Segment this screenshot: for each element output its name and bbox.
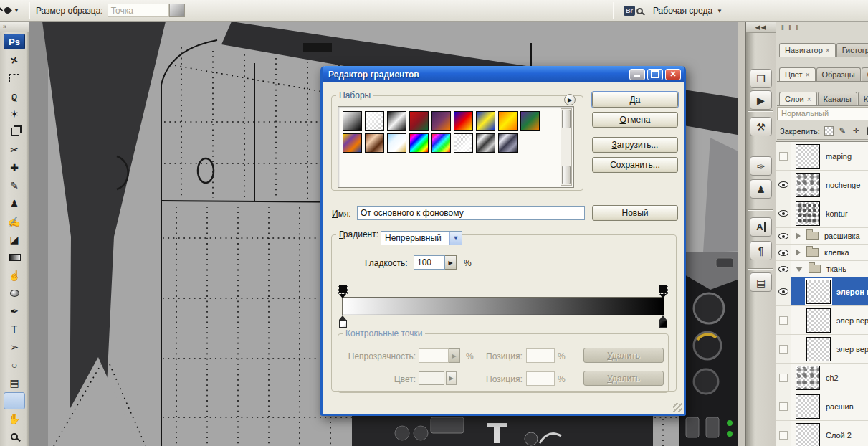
gradient-preset[interactable] — [476, 133, 495, 153]
gradient-preview-bar[interactable] — [342, 297, 664, 315]
crop-tool-icon[interactable] — [4, 123, 25, 141]
slice-tool-icon[interactable]: ✂ — [4, 141, 25, 158]
save-button[interactable]: Сохранить... — [592, 157, 678, 173]
layer-thumbnail[interactable] — [796, 173, 820, 197]
layer-row[interactable]: maping — [776, 142, 868, 171]
visibility-toggle-empty[interactable] — [776, 306, 791, 335]
notes-tool-icon[interactable]: ▤ — [4, 374, 25, 392]
smoothness-spinner[interactable]: ▶ — [445, 255, 457, 270]
opacity-spinner[interactable]: ▶ — [449, 348, 460, 363]
layer-thumbnail[interactable] — [806, 280, 831, 304]
gradient-preset[interactable] — [454, 133, 473, 153]
layer-group-row[interactable]: клепка — [776, 245, 868, 261]
gradient-picker-button[interactable] — [169, 4, 185, 17]
collapse-arrow-icon[interactable] — [796, 267, 803, 272]
path-select-tool-icon[interactable]: ➢ — [4, 338, 25, 356]
tab-channels[interactable]: Каналы — [818, 92, 857, 105]
layer-comps-icon[interactable]: ▤ — [750, 272, 772, 292]
layer-thumbnail[interactable] — [796, 394, 820, 419]
gradient-tool-icon[interactable] — [4, 249, 25, 266]
clone-stamp-tool-icon[interactable]: ♟ — [4, 195, 25, 212]
resize-grip[interactable] — [673, 403, 682, 412]
tab-color[interactable]: Цвет × — [779, 67, 816, 81]
lock-move-icon[interactable]: ✛ — [852, 126, 861, 136]
gradient-preset[interactable] — [365, 111, 384, 131]
lock-all-icon[interactable] — [865, 126, 868, 136]
opacity-input[interactable] — [419, 348, 449, 363]
layer-thumbnail[interactable] — [806, 308, 831, 333]
toolbox-expand-icon[interactable]: » — [0, 22, 29, 32]
gradient-preset[interactable] — [498, 111, 518, 131]
brushes-panel-icon[interactable]: ✑ — [750, 156, 772, 176]
ellipse-tool-icon[interactable]: ○ — [4, 356, 25, 374]
dialog-titlebar[interactable]: Редактор градиентов ✕ — [323, 66, 684, 82]
layer-row[interactable]: kontur — [776, 199, 868, 228]
new-button[interactable]: Новый — [592, 205, 678, 221]
color-stop-left[interactable] — [339, 320, 347, 328]
visibility-eye-icon[interactable] — [776, 245, 791, 261]
tab-styles[interactable]: Ст — [862, 67, 868, 81]
visibility-toggle-empty[interactable] — [776, 421, 791, 446]
layer-group-row[interactable]: ткань — [776, 261, 868, 277]
tab-close-icon[interactable]: × — [806, 71, 810, 79]
move-tool-icon[interactable]: ✛ — [4, 52, 25, 69]
lasso-tool-icon[interactable]: ϱ — [4, 87, 25, 105]
eraser-tool-icon[interactable]: ◪ — [4, 231, 25, 248]
gradient-preset[interactable] — [498, 133, 518, 153]
panel-well-icon[interactable]: ❐ — [750, 69, 772, 88]
opacity-position-input[interactable] — [526, 348, 555, 363]
clone-source-icon[interactable]: ♟ — [750, 179, 772, 199]
layer-thumbnail[interactable] — [796, 366, 820, 390]
minimize-button[interactable] — [629, 69, 645, 80]
pen-tool-icon[interactable]: ✒ — [4, 303, 25, 320]
scrollbar-down-button[interactable] — [562, 166, 571, 184]
gradient-preset[interactable] — [431, 133, 451, 153]
presets-menu-button[interactable]: ▶ — [564, 94, 576, 105]
play-actions-icon[interactable]: ▶ — [750, 90, 772, 110]
tab-swatches[interactable]: Образцы — [816, 67, 861, 81]
dock-collapse-icon[interactable]: ◀◀ — [746, 22, 776, 33]
gradient-preset[interactable] — [476, 111, 495, 131]
tab-paths[interactable]: Кон — [858, 92, 868, 105]
cancel-button[interactable]: Отмена — [592, 112, 678, 128]
visibility-toggle-empty[interactable] — [776, 392, 791, 421]
gradient-preset[interactable] — [387, 111, 406, 131]
visibility-toggle-empty[interactable] — [776, 142, 791, 171]
zoom-tool-icon[interactable] — [4, 428, 25, 445]
delete-opacity-stop-button[interactable]: Удалить — [583, 348, 664, 363]
tab-histogram[interactable]: Гистогра — [836, 43, 868, 57]
opacity-stop-left[interactable] — [339, 285, 347, 293]
tab-layers[interactable]: Слои × — [779, 92, 817, 105]
opacity-stop-right[interactable] — [659, 285, 667, 293]
layer-row[interactable]: элерон ве — [776, 277, 868, 306]
maximize-button[interactable] — [647, 69, 663, 80]
visibility-toggle-empty[interactable] — [776, 364, 791, 392]
rect-marquee-tool-icon[interactable] — [4, 70, 25, 87]
layer-thumbnail[interactable] — [806, 337, 831, 361]
history-brush-tool-icon[interactable]: ✍ — [4, 213, 25, 230]
gradient-preset[interactable] — [343, 111, 362, 131]
lock-transparency-icon[interactable] — [824, 126, 834, 136]
layer-row[interactable]: nochenge — [776, 171, 868, 199]
visibility-eye-icon[interactable] — [776, 277, 791, 306]
delete-color-stop-button[interactable]: Удалить — [583, 371, 664, 386]
tool-presets-icon[interactable]: ⚒ — [750, 117, 772, 136]
workspace-dropdown[interactable]: Рабочая среда ▼ — [653, 6, 722, 16]
layer-thumbnail[interactable] — [796, 423, 820, 446]
tab-close-icon[interactable]: × — [826, 47, 830, 54]
gradient-preset[interactable] — [431, 111, 451, 131]
smoothness-input[interactable] — [414, 255, 445, 270]
gradient-preset[interactable] — [520, 111, 540, 131]
layer-row[interactable]: элер верх — [776, 306, 868, 335]
stop-color-swatch[interactable] — [419, 371, 444, 385]
sample-size-select[interactable]: Точка — [108, 4, 169, 17]
eyedropper-tool-icon[interactable] — [4, 392, 25, 409]
magic-wand-tool-icon[interactable]: ✶ — [4, 105, 25, 123]
close-button[interactable]: ✕ — [665, 69, 681, 80]
gradient-preset[interactable] — [454, 111, 473, 131]
visibility-eye-icon[interactable] — [776, 228, 791, 245]
color-stop-right[interactable] — [659, 320, 667, 328]
layer-thumbnail[interactable] — [796, 201, 820, 226]
tab-navigator[interactable]: Навигатор × — [779, 43, 836, 57]
gradient-preset[interactable] — [387, 133, 406, 153]
